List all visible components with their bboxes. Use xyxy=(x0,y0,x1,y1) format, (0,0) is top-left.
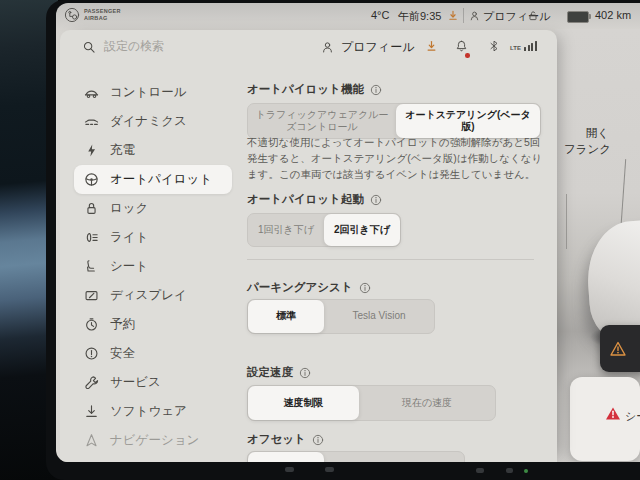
settings-panel: 設定の検索 プロフィール xyxy=(60,30,557,462)
battery-icon[interactable] xyxy=(567,11,589,23)
warning-triangle-icon xyxy=(609,340,627,357)
sidebar-label: 予約 xyxy=(110,316,135,333)
seat-icon xyxy=(84,259,99,274)
sidebar-label: 充電 xyxy=(110,142,135,159)
autopilot-settings-content: オートパイロット機能 トラフィックアウェアクルーズコントロール オートステアリン… xyxy=(247,30,553,462)
sidebar-label: ソフトウェア xyxy=(110,403,187,420)
settings-sidebar: コントロール ダイナミクス 充電 オートパイロット ロック xyxy=(74,78,232,455)
section-title-autopilot-activation: オートパイロット起動 xyxy=(247,192,382,207)
section-title-text: パーキングアシスト xyxy=(247,280,353,295)
info-icon[interactable] xyxy=(299,367,311,379)
wrench-icon xyxy=(84,375,99,390)
alert-triangle-icon xyxy=(605,406,621,421)
option-double-pull[interactable]: 2回引き下げ xyxy=(324,214,400,246)
navigation-arrow-icon xyxy=(84,433,99,448)
charge-status-dot xyxy=(524,469,528,473)
update-download-icon[interactable] xyxy=(447,9,459,22)
frunk-label: フランク xyxy=(564,142,611,157)
sidebar-item-seats[interactable]: シート xyxy=(74,252,232,281)
option-offset-right[interactable] xyxy=(324,452,464,462)
sidebar-label: ライト xyxy=(110,229,148,246)
search-placeholder: 設定の検索 xyxy=(104,38,164,55)
clock: 午前9:35 xyxy=(398,9,441,24)
section-title-text: オートパイロット起動 xyxy=(247,192,364,207)
option-offset-left[interactable] xyxy=(248,452,324,462)
sidebar-item-controls[interactable]: コントロール xyxy=(74,78,232,107)
sidebar-label: シート xyxy=(110,258,148,275)
alert-text: シー xyxy=(625,409,640,424)
info-icon[interactable] xyxy=(359,282,371,294)
section-divider xyxy=(247,259,534,260)
sidebar-label: ロック xyxy=(110,200,148,217)
sidebar-label: ディスプレイ xyxy=(110,287,187,304)
dock-icon xyxy=(476,468,484,473)
dock-icon xyxy=(506,468,513,473)
status-bar: PASSENGER AIRBAG 4°C 午前9:35 プロフィール 402 k… xyxy=(56,3,640,29)
sidebar-item-service[interactable]: サービス xyxy=(74,368,232,397)
seatbelt-alert-card[interactable]: シー xyxy=(570,377,640,461)
dynamics-car-icon xyxy=(84,114,99,129)
info-icon[interactable] xyxy=(312,434,324,446)
section-title-set-speed: 設定速度 xyxy=(247,365,311,380)
tesla-dashboard-photo: PASSENGER AIRBAG 4°C 午前9:35 プロフィール 402 k… xyxy=(0,0,640,480)
airbag-icon xyxy=(64,7,80,23)
section-title-text: オフセット xyxy=(247,432,306,447)
sidebar-label: 安全 xyxy=(110,345,135,362)
option-current-speed[interactable]: 現在の速度 xyxy=(359,386,495,420)
battery-range[interactable]: 402 km xyxy=(595,9,631,21)
clock-icon xyxy=(84,317,99,332)
sidebar-item-dynamics[interactable]: ダイナミクス xyxy=(74,107,232,136)
option-speed-limit[interactable]: 速度制限 xyxy=(248,386,359,420)
option-standard[interactable]: 標準 xyxy=(248,300,324,333)
sidebar-item-lights[interactable]: ライト xyxy=(74,223,232,252)
lock-icon xyxy=(84,201,99,216)
section-title-offset: オフセット xyxy=(247,432,324,447)
safety-icon xyxy=(84,346,99,361)
search-input[interactable]: 設定の検索 xyxy=(82,38,164,55)
display-icon xyxy=(84,288,99,303)
option-traffic-aware-cruise[interactable]: トラフィックアウェアクルーズコントロール xyxy=(248,104,396,138)
airbag-label-line2: AIRBAG xyxy=(84,15,121,22)
set-speed-segmented-control: 速度制限 現在の速度 xyxy=(247,385,496,421)
info-icon[interactable] xyxy=(370,194,382,206)
charging-bolt-icon xyxy=(84,143,99,158)
parking-assist-segmented-control: 標準 Tesla Vision xyxy=(247,299,435,334)
warning-toast[interactable] xyxy=(600,325,640,372)
dock-icon xyxy=(325,467,334,472)
software-download-icon xyxy=(84,404,99,419)
autopilot-features-segmented-control: トラフィックアウェアクルーズコントロール オートステアリング(ベータ版) xyxy=(247,103,541,139)
headlight-icon xyxy=(84,230,99,245)
sidebar-item-autopilot[interactable]: オートパイロット xyxy=(74,165,232,194)
sidebar-item-scheduling[interactable]: 予約 xyxy=(74,310,232,339)
door-callout-line xyxy=(566,194,567,249)
tesla-touchscreen: PASSENGER AIRBAG 4°C 午前9:35 プロフィール 402 k… xyxy=(56,3,640,462)
option-tesla-vision[interactable]: Tesla Vision xyxy=(324,300,434,333)
unlock-icon[interactable] xyxy=(527,9,539,22)
sidebar-label: サービス xyxy=(110,374,161,391)
option-single-pull[interactable]: 1回引き下げ xyxy=(248,214,324,246)
sidebar-item-navigation[interactable]: ナビゲーション xyxy=(74,426,232,455)
dock-icon xyxy=(285,467,294,472)
temperature[interactable]: 4°C xyxy=(371,9,389,21)
car-status-view: 開く フランク シー xyxy=(555,29,640,462)
sidebar-item-safety[interactable]: 安全 xyxy=(74,339,232,368)
info-icon[interactable] xyxy=(370,84,382,96)
sidebar-item-display[interactable]: ディスプレイ xyxy=(74,281,232,310)
frunk-open-button[interactable]: 開く xyxy=(586,126,609,141)
section-title-parking-assist: パーキングアシスト xyxy=(247,280,371,295)
autopilot-steering-wheel-icon xyxy=(84,172,99,187)
profile-button[interactable]: プロフィール xyxy=(483,9,550,24)
divider xyxy=(463,8,464,23)
sidebar-item-software[interactable]: ソフトウェア xyxy=(74,397,232,426)
autopilot-strikeout-note: 不適切な使用によってオートパイロットの強制解除があと5回発生すると、オートステア… xyxy=(247,135,549,182)
search-icon xyxy=(82,40,96,54)
sidebar-label: オートパイロット xyxy=(110,171,212,188)
sidebar-item-locks[interactable]: ロック xyxy=(74,194,232,223)
section-title-text: オートパイロット機能 xyxy=(247,82,364,97)
section-title-text: 設定速度 xyxy=(247,365,293,380)
profile-person-icon xyxy=(469,10,480,22)
sidebar-label: コントロール xyxy=(110,84,186,101)
autopilot-activation-segmented-control: 1回引き下げ 2回引き下げ xyxy=(247,213,401,247)
sidebar-item-charging[interactable]: 充電 xyxy=(74,136,232,165)
option-autosteer-beta[interactable]: オートステアリング(ベータ版) xyxy=(396,104,540,138)
